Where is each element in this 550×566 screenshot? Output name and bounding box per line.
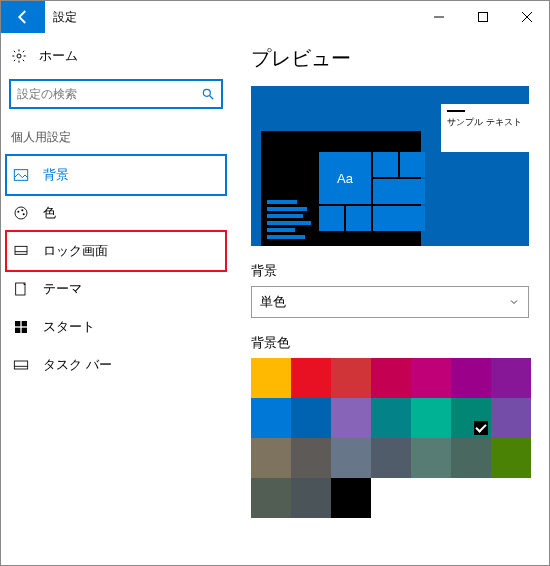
home-label: ホーム: [39, 47, 78, 65]
color-swatch[interactable]: [491, 358, 531, 398]
lockscreen-icon: [13, 243, 29, 259]
nav-item-label: テーマ: [43, 280, 82, 298]
color-swatch[interactable]: [371, 398, 411, 438]
color-swatch[interactable]: [451, 438, 491, 478]
color-swatch[interactable]: [411, 358, 451, 398]
color-swatch[interactable]: [291, 478, 331, 518]
nav-item-label: 色: [43, 204, 56, 222]
preview-note: サンプル テキスト: [441, 104, 529, 152]
theme-icon: [13, 281, 29, 297]
color-swatch[interactable]: [451, 398, 491, 438]
svg-rect-17: [15, 328, 20, 333]
taskbar-icon: [13, 357, 29, 373]
color-swatch[interactable]: [291, 438, 331, 478]
svg-line-6: [210, 96, 214, 100]
titlebar: 設定: [1, 1, 549, 33]
sidebar: ホーム 個人用設定 背景 色 ロック画面 テーマ スタート タスク: [1, 33, 231, 565]
nav-item-label: ロック画面: [43, 242, 108, 260]
nav-item-label: 背景: [43, 166, 69, 184]
svg-point-11: [23, 213, 25, 215]
color-swatch[interactable]: [451, 358, 491, 398]
search-icon: [201, 87, 215, 101]
svg-rect-15: [15, 321, 20, 326]
window-title: 設定: [45, 1, 417, 33]
background-dropdown[interactable]: 単色: [251, 286, 529, 318]
section-label: 個人用設定: [7, 125, 225, 156]
nav-item-label: タスク バー: [43, 356, 112, 374]
preview-note-text: サンプル テキスト: [447, 116, 523, 129]
preview-area: Aa サンプル テキスト: [251, 86, 529, 246]
color-swatch[interactable]: [251, 398, 291, 438]
color-swatch[interactable]: [291, 358, 331, 398]
svg-point-9: [17, 211, 19, 213]
home-button[interactable]: ホーム: [7, 41, 225, 71]
nav-item-background[interactable]: 背景: [7, 156, 225, 194]
svg-rect-14: [16, 283, 25, 295]
color-swatch[interactable]: [491, 438, 531, 478]
color-swatch[interactable]: [251, 438, 291, 478]
search-box[interactable]: [9, 79, 223, 109]
background-label: 背景: [251, 262, 531, 280]
close-button[interactable]: [505, 1, 549, 33]
preview-heading: プレビュー: [251, 45, 531, 72]
color-swatch[interactable]: [371, 358, 411, 398]
color-swatch[interactable]: [331, 438, 371, 478]
nav-item-taskbar[interactable]: タスク バー: [7, 346, 225, 384]
picture-icon: [13, 167, 29, 183]
gear-icon: [11, 48, 27, 64]
back-button[interactable]: [1, 1, 45, 33]
nav-item-themes[interactable]: テーマ: [7, 270, 225, 308]
color-swatch[interactable]: [331, 358, 371, 398]
color-swatch[interactable]: [251, 358, 291, 398]
svg-rect-18: [22, 328, 27, 333]
svg-point-8: [15, 207, 27, 219]
nav-item-start[interactable]: スタート: [7, 308, 225, 346]
maximize-icon: [478, 12, 488, 22]
color-swatch[interactable]: [331, 398, 371, 438]
color-swatch[interactable]: [491, 398, 531, 438]
content-pane: プレビュー Aa サンプル テキスト 背景 単色 背景色: [231, 33, 549, 565]
search-input[interactable]: [17, 87, 201, 101]
svg-rect-19: [14, 361, 27, 369]
arrow-left-icon: [14, 8, 32, 26]
color-swatch[interactable]: [251, 478, 291, 518]
color-swatch[interactable]: [411, 398, 451, 438]
chevron-down-icon: [508, 296, 520, 308]
svg-point-4: [17, 54, 21, 58]
nav-item-lockscreen[interactable]: ロック画面: [7, 232, 225, 270]
preview-tile-aa: Aa: [319, 152, 371, 204]
palette-icon: [13, 205, 29, 221]
svg-rect-1: [479, 13, 488, 22]
minimize-button[interactable]: [417, 1, 461, 33]
svg-rect-12: [15, 246, 27, 254]
svg-point-5: [203, 89, 210, 96]
nav-item-colors[interactable]: 色: [7, 194, 225, 232]
svg-rect-16: [22, 321, 27, 326]
maximize-button[interactable]: [461, 1, 505, 33]
minimize-icon: [434, 12, 444, 22]
color-swatches: [251, 358, 531, 518]
dropdown-value: 単色: [260, 293, 286, 311]
start-icon: [13, 319, 29, 335]
nav-item-label: スタート: [43, 318, 95, 336]
close-icon: [522, 12, 532, 22]
color-swatch[interactable]: [291, 398, 331, 438]
background-color-label: 背景色: [251, 334, 531, 352]
svg-point-10: [21, 209, 23, 211]
color-swatch[interactable]: [371, 438, 411, 478]
color-swatch[interactable]: [331, 478, 371, 518]
color-swatch[interactable]: [411, 438, 451, 478]
